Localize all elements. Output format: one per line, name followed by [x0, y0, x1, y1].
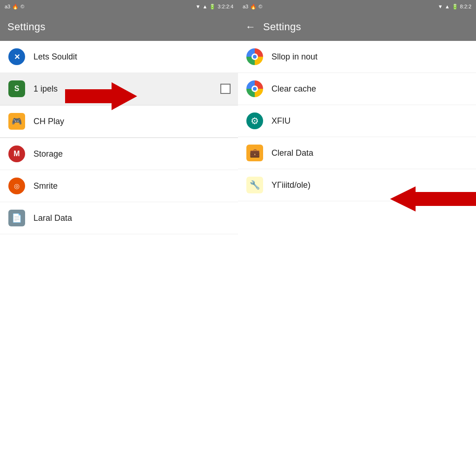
chrome2-icon	[246, 80, 263, 97]
left-copyright-icon: ©	[20, 4, 24, 9]
cleral-data-icon: 💼	[245, 144, 264, 162]
settings-item-1-ipels[interactable]: S 1 ipels	[0, 73, 238, 105]
settings-item-laral-data[interactable]: 📄 Laral Data	[0, 202, 238, 234]
1-ipels-label: 1 ipels	[33, 84, 58, 94]
left-battery-icon: 🔋	[209, 4, 216, 10]
cleral-data-label: Cleral Data	[271, 148, 313, 158]
right-time: 8:2:2	[460, 4, 471, 9]
settings-item-lets-souldit[interactable]: ✕ Lets Souldit	[0, 41, 238, 73]
right-flame-icon: 🔥	[250, 4, 257, 10]
left-phone-panel: a3 🔥 © ▼ ▲ 🔋 3:2:2:4 Settings ✕ Lets Sou…	[0, 0, 238, 476]
1-ipels-checkbox[interactable]	[220, 84, 231, 94]
right-settings-list: Sllop in nout Clear cache ⚙ XFIU 💼	[238, 41, 476, 476]
yellow-icon: 🎮	[8, 113, 25, 130]
right-status-bar: a3 🔥 © ▼ ▲ 🔋 8:2:2	[238, 0, 476, 13]
settings-item-cleral-data[interactable]: 💼 Cleral Data	[238, 137, 476, 169]
storage-label: Storage	[33, 149, 63, 159]
wrench-icon: 🔧	[246, 177, 263, 193]
left-time: 3:2:2:4	[218, 4, 233, 9]
left-status-left: a3 🔥 ©	[5, 4, 24, 10]
storage-icon: M	[7, 145, 26, 163]
left-flame-icon: 🔥	[12, 4, 19, 10]
right-wifi-icon: ▼	[438, 4, 443, 9]
smrite-icon: ◎	[7, 177, 26, 195]
yiiitdole-icon: 🔧	[245, 176, 264, 194]
back-button[interactable]: ←	[245, 21, 256, 33]
left-wifi-icon: ▼	[196, 4, 201, 9]
smrite-label: Smrite	[33, 181, 58, 191]
right-status-left: a3 🔥 ©	[243, 4, 262, 10]
left-signal-icon: ▲	[202, 4, 207, 9]
chrome-inner	[253, 55, 257, 59]
red-m-icon: M	[8, 145, 25, 162]
right-settings-title: Settings	[263, 21, 301, 33]
right-phone-panel: a3 🔥 © ▼ ▲ 🔋 8:2:2 ← Settings Sllop in n…	[238, 0, 476, 476]
clear-cache-icon	[245, 79, 264, 98]
lets-souldit-label: Lets Souldit	[33, 52, 77, 62]
briefcase-icon: 💼	[246, 145, 263, 161]
ch-play-icon: 🎮	[7, 112, 26, 131]
file-icon: 📄	[8, 210, 25, 226]
orange-icon: ◎	[8, 178, 25, 194]
settings-item-sllop-in-nout[interactable]: Sllop in nout	[238, 41, 476, 73]
left-settings-list: ✕ Lets Souldit S 1 ipels 🎮 CH Play M	[0, 41, 238, 476]
yiiitdole-label: YΓiiitd/ole)	[271, 180, 311, 190]
right-battery-icon: 🔋	[452, 4, 458, 10]
1-ipels-icon: S	[7, 79, 26, 98]
right-copyright-icon: ©	[258, 4, 262, 9]
ch-play-label: CH Play	[33, 117, 64, 126]
chrome2-inner-blue	[253, 87, 257, 91]
teal-circle-icon: ⚙	[246, 112, 263, 129]
left-status-text: a3	[5, 4, 10, 9]
chrome-icon	[246, 48, 263, 65]
clear-cache-label: Clear cache	[271, 84, 316, 94]
sllop-in-nout-label: Sllop in nout	[271, 52, 317, 62]
settings-item-yiiitdole[interactable]: 🔧 YΓiiitd/ole)	[238, 169, 476, 201]
right-status-text: a3	[243, 4, 248, 9]
laral-data-icon: 📄	[7, 209, 26, 227]
xfiu-label: XFIU	[271, 116, 291, 126]
laral-data-label: Laral Data	[33, 213, 72, 223]
left-status-bar: a3 🔥 © ▼ ▲ 🔋 3:2:2:4	[0, 0, 238, 13]
left-settings-title: Settings	[7, 21, 46, 33]
right-app-bar: ← Settings	[238, 13, 476, 41]
left-status-right: ▼ ▲ 🔋 3:2:2:4	[196, 4, 233, 10]
settings-item-clear-cache[interactable]: Clear cache	[238, 73, 476, 105]
settings-item-storage[interactable]: M Storage	[0, 138, 238, 170]
xfiu-icon: ⚙	[245, 112, 264, 130]
settings-item-smrite[interactable]: ◎ Smrite	[0, 170, 238, 202]
right-signal-icon: ▲	[445, 4, 450, 9]
lets-souldit-icon: ✕	[7, 47, 26, 66]
settings-item-xfiu[interactable]: ⚙ XFIU	[238, 105, 476, 137]
blue-x-icon: ✕	[8, 48, 25, 65]
settings-item-ch-play[interactable]: 🎮 CH Play	[0, 106, 238, 138]
green-s-icon: S	[8, 80, 25, 97]
sllop-icon	[245, 47, 264, 66]
right-status-right: ▼ ▲ 🔋 8:2:2	[438, 4, 471, 10]
left-app-bar: Settings	[0, 13, 238, 41]
